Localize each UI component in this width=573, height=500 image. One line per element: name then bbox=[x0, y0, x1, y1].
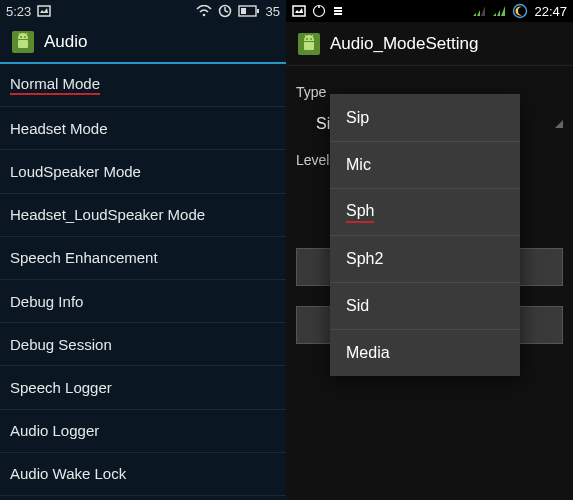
signal1-icon bbox=[472, 5, 486, 17]
audio-mode-item[interactable]: Debug Info bbox=[0, 280, 286, 323]
audio-mode-item[interactable]: Headset Mode bbox=[0, 107, 286, 150]
status-battery: 35 bbox=[266, 4, 280, 19]
type-dropdown-option-label: Sph2 bbox=[346, 250, 383, 268]
type-dropdown[interactable]: SipMicSphSph2SidMedia bbox=[330, 94, 520, 376]
audio-mode-list: Normal ModeHeadset ModeLoudSpeaker ModeH… bbox=[0, 64, 286, 496]
dropdown-triangle-icon bbox=[555, 120, 563, 128]
svg-rect-4 bbox=[257, 9, 259, 13]
title-bar: Audio_ModeSetting bbox=[286, 22, 573, 66]
audio-mode-item-label: Headset_LoudSpeaker Mode bbox=[10, 206, 205, 223]
status-bar-left: 5:23 35 bbox=[0, 0, 286, 22]
audio-mode-item-label: LoudSpeaker Mode bbox=[10, 163, 141, 180]
audio-mode-item[interactable]: LoudSpeaker Mode bbox=[0, 150, 286, 193]
svg-point-1 bbox=[202, 14, 205, 17]
wifi-icon bbox=[196, 5, 212, 17]
svg-rect-17 bbox=[334, 13, 342, 15]
svg-rect-20 bbox=[304, 42, 314, 50]
type-dropdown-option-label: Sip bbox=[346, 109, 369, 127]
audio-mode-item[interactable]: Debug Session bbox=[0, 323, 286, 366]
audio-mode-item[interactable]: Audio Logger bbox=[0, 410, 286, 453]
status-time: 22:47 bbox=[534, 4, 567, 19]
audio-mode-item-label: Audio Logger bbox=[10, 422, 99, 439]
type-dropdown-option-label: Media bbox=[346, 344, 390, 362]
type-dropdown-option[interactable]: Sph bbox=[330, 188, 520, 235]
android-icon bbox=[296, 31, 322, 57]
type-dropdown-option-label: Sid bbox=[346, 297, 369, 315]
signal2-icon bbox=[492, 5, 506, 17]
svg-point-21 bbox=[306, 38, 308, 40]
svg-rect-0 bbox=[38, 6, 50, 16]
clock-icon bbox=[218, 4, 232, 18]
screen-modesetting: 22:47 Audio_ModeSetting Type Sip Level V… bbox=[286, 0, 573, 500]
battery-icon bbox=[238, 5, 260, 17]
type-dropdown-option-label: Sph bbox=[346, 202, 374, 223]
screenshot-icon bbox=[292, 5, 306, 17]
audio-mode-item-label: Debug Session bbox=[10, 336, 112, 353]
svg-rect-7 bbox=[18, 40, 28, 48]
audio-mode-item-label: Debug Info bbox=[10, 293, 83, 310]
audio-mode-item-label: Speech Enhancement bbox=[10, 249, 158, 266]
audio-mode-item[interactable]: Normal Mode bbox=[0, 64, 286, 107]
moon-icon bbox=[512, 3, 528, 19]
svg-rect-5 bbox=[241, 8, 246, 14]
title-bar: Audio bbox=[0, 22, 286, 64]
audio-mode-item[interactable]: Speech Enhancement bbox=[0, 237, 286, 280]
type-dropdown-option[interactable]: Sid bbox=[330, 282, 520, 329]
svg-point-14 bbox=[318, 6, 320, 8]
audio-mode-item[interactable]: Headset_LoudSpeaker Mode bbox=[0, 194, 286, 237]
status-bar-right: 22:47 bbox=[286, 0, 573, 22]
type-dropdown-option[interactable]: Sph2 bbox=[330, 235, 520, 282]
page-title: Audio_ModeSetting bbox=[330, 34, 478, 54]
screenshot-icon bbox=[37, 5, 51, 17]
page-title: Audio bbox=[44, 32, 87, 52]
svg-rect-15 bbox=[334, 7, 342, 9]
type-dropdown-option[interactable]: Media bbox=[330, 329, 520, 376]
android-icon bbox=[10, 29, 36, 55]
audio-mode-item-label: Audio Wake Lock bbox=[10, 465, 126, 482]
audio-mode-item-label: Speech Logger bbox=[10, 379, 112, 396]
status-time: 5:23 bbox=[6, 4, 31, 19]
type-dropdown-option-label: Mic bbox=[346, 156, 371, 174]
audio-mode-item-label: Headset Mode bbox=[10, 120, 108, 137]
audio-mode-item-label: Normal Mode bbox=[10, 75, 100, 95]
svg-rect-16 bbox=[334, 10, 342, 12]
svg-point-22 bbox=[310, 38, 312, 40]
svg-rect-12 bbox=[293, 6, 305, 16]
svg-point-9 bbox=[24, 36, 26, 38]
audio-mode-item[interactable]: Speech Logger bbox=[0, 366, 286, 409]
type-dropdown-option[interactable]: Sip bbox=[330, 94, 520, 141]
screen-audio: 5:23 35 bbox=[0, 0, 286, 500]
type-dropdown-option[interactable]: Mic bbox=[330, 141, 520, 188]
svg-point-8 bbox=[20, 36, 22, 38]
orientation-icon bbox=[312, 4, 326, 18]
audio-mode-item[interactable]: Audio Wake Lock bbox=[0, 453, 286, 496]
menu-icon bbox=[332, 5, 344, 17]
